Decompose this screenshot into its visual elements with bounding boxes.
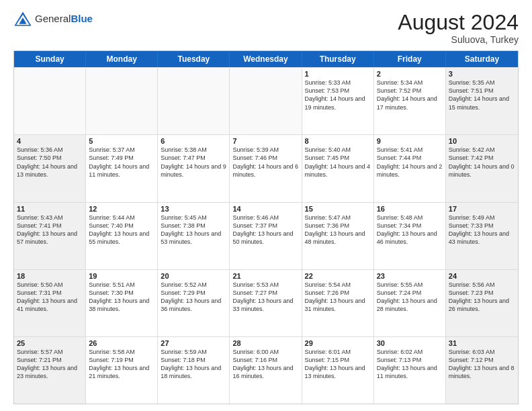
- day-number: 27: [161, 339, 226, 347]
- day-details: Sunrise: 5:54 AMSunset: 7:26 PMDaylight:…: [305, 281, 371, 314]
- day-details: Sunrise: 5:37 AMSunset: 7:49 PMDaylight:…: [89, 146, 154, 179]
- day-number: 1: [305, 70, 371, 78]
- day-number: 22: [305, 272, 371, 280]
- day-cell-1: 1Sunrise: 5:33 AMSunset: 7:53 PMDaylight…: [302, 68, 374, 134]
- logo-general: General: [35, 13, 71, 24]
- day-number: 25: [17, 339, 83, 347]
- day-cell-5: 5Sunrise: 5:37 AMSunset: 7:49 PMDaylight…: [86, 135, 158, 201]
- logo-text: GeneralBlue: [35, 13, 93, 25]
- day-cell-25: 25Sunrise: 5:57 AMSunset: 7:21 PMDayligh…: [14, 337, 86, 404]
- day-cell-31: 31Sunrise: 6:03 AMSunset: 7:12 PMDayligh…: [446, 337, 518, 404]
- header-day-thursday: Thursday: [302, 51, 374, 67]
- header-day-tuesday: Tuesday: [158, 51, 230, 67]
- day-cell-10: 10Sunrise: 5:42 AMSunset: 7:42 PMDayligh…: [446, 135, 518, 201]
- day-number: 4: [17, 137, 83, 145]
- day-details: Sunrise: 5:43 AMSunset: 7:41 PMDaylight:…: [17, 214, 83, 246]
- day-cell-29: 29Sunrise: 6:01 AMSunset: 7:15 PMDayligh…: [302, 337, 374, 404]
- day-number: 17: [449, 205, 515, 213]
- calendar: SundayMondayTuesdayWednesdayThursdayFrid…: [13, 50, 519, 404]
- day-details: Sunrise: 5:58 AMSunset: 7:19 PMDaylight:…: [89, 348, 154, 381]
- day-details: Sunrise: 5:42 AMSunset: 7:42 PMDaylight:…: [449, 146, 515, 179]
- calendar-row-1: 4Sunrise: 5:36 AMSunset: 7:50 PMDaylight…: [14, 134, 518, 201]
- day-cell-15: 15Sunrise: 5:47 AMSunset: 7:36 PMDayligh…: [302, 203, 374, 269]
- empty-cell: [14, 68, 86, 134]
- day-cell-2: 2Sunrise: 5:34 AMSunset: 7:52 PMDaylight…: [374, 68, 446, 134]
- day-cell-30: 30Sunrise: 6:02 AMSunset: 7:13 PMDayligh…: [374, 337, 446, 404]
- day-number: 15: [305, 205, 371, 213]
- calendar-row-0: 1Sunrise: 5:33 AMSunset: 7:53 PMDaylight…: [14, 67, 518, 134]
- day-cell-24: 24Sunrise: 5:56 AMSunset: 7:23 PMDayligh…: [446, 270, 518, 336]
- day-number: 6: [161, 137, 226, 145]
- day-cell-28: 28Sunrise: 6:00 AMSunset: 7:16 PMDayligh…: [230, 337, 302, 404]
- header-day-wednesday: Wednesday: [230, 51, 302, 67]
- logo-blue: Blue: [71, 13, 93, 24]
- day-details: Sunrise: 5:41 AMSunset: 7:44 PMDaylight:…: [377, 146, 443, 179]
- day-cell-26: 26Sunrise: 5:58 AMSunset: 7:19 PMDayligh…: [86, 337, 158, 404]
- day-details: Sunrise: 5:44 AMSunset: 7:40 PMDaylight:…: [89, 214, 154, 246]
- day-number: 2: [377, 70, 443, 78]
- day-details: Sunrise: 5:51 AMSunset: 7:30 PMDaylight:…: [89, 281, 154, 314]
- day-number: 19: [89, 272, 154, 280]
- day-cell-7: 7Sunrise: 5:39 AMSunset: 7:46 PMDaylight…: [230, 135, 302, 201]
- day-number: 29: [305, 339, 371, 347]
- day-details: Sunrise: 5:48 AMSunset: 7:34 PMDaylight:…: [377, 214, 443, 246]
- day-cell-21: 21Sunrise: 5:53 AMSunset: 7:27 PMDayligh…: [230, 270, 302, 336]
- header-day-friday: Friday: [374, 51, 446, 67]
- day-number: 21: [232, 272, 298, 280]
- day-number: 3: [449, 70, 515, 78]
- day-number: 31: [449, 339, 515, 347]
- day-details: Sunrise: 5:36 AMSunset: 7:50 PMDaylight:…: [17, 146, 83, 179]
- day-cell-13: 13Sunrise: 5:45 AMSunset: 7:38 PMDayligh…: [158, 203, 230, 269]
- header-day-saturday: Saturday: [446, 51, 518, 67]
- empty-cell: [158, 68, 230, 134]
- day-details: Sunrise: 5:34 AMSunset: 7:52 PMDaylight:…: [377, 79, 443, 111]
- day-cell-20: 20Sunrise: 5:52 AMSunset: 7:29 PMDayligh…: [158, 270, 230, 336]
- page: GeneralBlue August 2024 Suluova, Turkey …: [0, 0, 532, 411]
- day-details: Sunrise: 5:40 AMSunset: 7:45 PMDaylight:…: [305, 146, 371, 179]
- month-year: August 2024: [398, 11, 519, 34]
- day-number: 16: [377, 205, 443, 213]
- day-number: 28: [232, 339, 298, 347]
- day-cell-19: 19Sunrise: 5:51 AMSunset: 7:30 PMDayligh…: [86, 270, 158, 336]
- day-number: 12: [89, 205, 154, 213]
- day-number: 10: [449, 137, 515, 145]
- calendar-row-3: 18Sunrise: 5:50 AMSunset: 7:31 PMDayligh…: [14, 269, 518, 336]
- logo: GeneralBlue: [13, 11, 93, 27]
- day-details: Sunrise: 5:50 AMSunset: 7:31 PMDaylight:…: [17, 281, 83, 314]
- day-cell-17: 17Sunrise: 5:49 AMSunset: 7:33 PMDayligh…: [446, 203, 518, 269]
- day-cell-4: 4Sunrise: 5:36 AMSunset: 7:50 PMDaylight…: [14, 135, 86, 201]
- header: GeneralBlue August 2024 Suluova, Turkey: [13, 11, 519, 45]
- day-details: Sunrise: 6:03 AMSunset: 7:12 PMDaylight:…: [449, 348, 515, 381]
- day-cell-18: 18Sunrise: 5:50 AMSunset: 7:31 PMDayligh…: [14, 270, 86, 336]
- day-number: 8: [305, 137, 371, 145]
- logo-icon: [13, 11, 32, 27]
- header-day-sunday: Sunday: [14, 51, 86, 67]
- day-details: Sunrise: 6:02 AMSunset: 7:13 PMDaylight:…: [377, 348, 443, 381]
- day-number: 14: [232, 205, 298, 213]
- day-cell-16: 16Sunrise: 5:48 AMSunset: 7:34 PMDayligh…: [374, 203, 446, 269]
- day-details: Sunrise: 6:01 AMSunset: 7:15 PMDaylight:…: [305, 348, 371, 381]
- day-details: Sunrise: 5:57 AMSunset: 7:21 PMDaylight:…: [17, 348, 83, 381]
- day-cell-8: 8Sunrise: 5:40 AMSunset: 7:45 PMDaylight…: [302, 135, 374, 201]
- day-details: Sunrise: 5:55 AMSunset: 7:24 PMDaylight:…: [377, 281, 443, 314]
- day-details: Sunrise: 5:33 AMSunset: 7:53 PMDaylight:…: [305, 79, 371, 111]
- day-cell-11: 11Sunrise: 5:43 AMSunset: 7:41 PMDayligh…: [14, 203, 86, 269]
- day-details: Sunrise: 5:59 AMSunset: 7:18 PMDaylight:…: [161, 348, 226, 381]
- calendar-row-2: 11Sunrise: 5:43 AMSunset: 7:41 PMDayligh…: [14, 202, 518, 269]
- day-cell-22: 22Sunrise: 5:54 AMSunset: 7:26 PMDayligh…: [302, 270, 374, 336]
- calendar-body: 1Sunrise: 5:33 AMSunset: 7:53 PMDaylight…: [14, 67, 518, 404]
- day-number: 7: [232, 137, 298, 145]
- day-cell-6: 6Sunrise: 5:38 AMSunset: 7:47 PMDaylight…: [158, 135, 230, 201]
- day-cell-12: 12Sunrise: 5:44 AMSunset: 7:40 PMDayligh…: [86, 203, 158, 269]
- empty-cell: [86, 68, 158, 134]
- day-cell-9: 9Sunrise: 5:41 AMSunset: 7:44 PMDaylight…: [374, 135, 446, 201]
- empty-cell: [230, 68, 302, 134]
- day-details: Sunrise: 5:46 AMSunset: 7:37 PMDaylight:…: [232, 214, 298, 246]
- header-day-monday: Monday: [86, 51, 158, 67]
- day-number: 9: [377, 137, 443, 145]
- day-details: Sunrise: 5:39 AMSunset: 7:46 PMDaylight:…: [232, 146, 298, 179]
- day-details: Sunrise: 5:49 AMSunset: 7:33 PMDaylight:…: [449, 214, 515, 246]
- day-cell-3: 3Sunrise: 5:35 AMSunset: 7:51 PMDaylight…: [446, 68, 518, 134]
- day-cell-27: 27Sunrise: 5:59 AMSunset: 7:18 PMDayligh…: [158, 337, 230, 404]
- calendar-row-4: 25Sunrise: 5:57 AMSunset: 7:21 PMDayligh…: [14, 336, 518, 404]
